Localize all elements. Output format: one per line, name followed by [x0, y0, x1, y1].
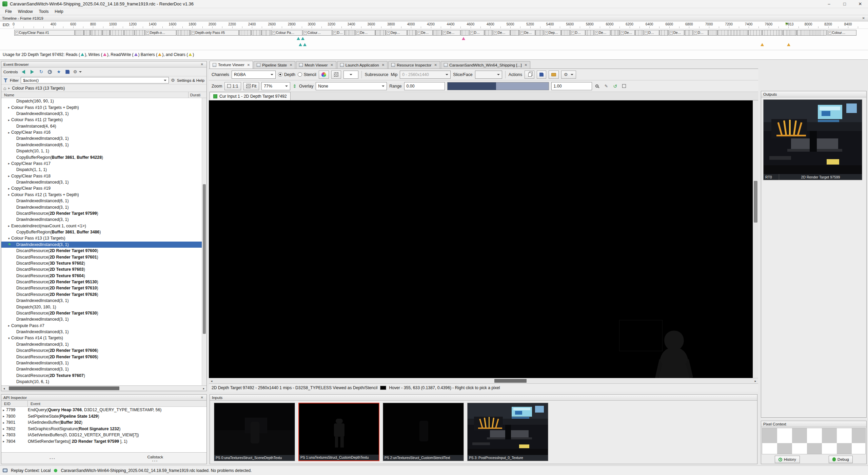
- event-row[interactable]: DrawIndexedInstanced(3, 1): [1, 216, 202, 223]
- timeline-block[interactable]: [485, 30, 493, 36]
- texture-vertical-scrollbar[interactable]: [753, 100, 758, 378]
- texture-display[interactable]: [209, 100, 753, 378]
- background-toggle-button[interactable]: [331, 71, 341, 79]
- depth-radio[interactable]: Depth: [278, 72, 295, 77]
- timeline-block[interactable]: +De…: [620, 30, 635, 36]
- timeline-block[interactable]: +De…: [594, 30, 610, 36]
- timeline-block[interactable]: +D…: [644, 30, 659, 36]
- input-thumbnail-0[interactable]: PS 0:unaTexturesStruct_SceneDepthTextu: [214, 403, 295, 461]
- usage-marker-reads[interactable]: [303, 43, 307, 46]
- timeline-close-icon[interactable]: ✕: [861, 16, 866, 20]
- event-row[interactable]: DrawInstanced(4, 64): [1, 123, 202, 129]
- step-forward-button[interactable]: [29, 69, 36, 75]
- event-row[interactable]: DiscardResource(2D Texture 97604): [1, 273, 202, 279]
- home-icon[interactable]: ⌂: [3, 86, 6, 91]
- event-row[interactable]: DrawIndexedInstanced(3, 1): [1, 298, 202, 304]
- event-row[interactable]: ▸Copy/Clear Pass #18: [1, 173, 202, 179]
- timeline-block[interactable]: [261, 30, 271, 36]
- event-browser-close-icon[interactable]: ✕: [200, 62, 204, 66]
- event-row[interactable]: ▾Colour Pass #14 (1 Targets): [1, 335, 202, 341]
- event-row[interactable]: DiscardResource(2D Render Target 97600): [1, 248, 202, 254]
- gamma-button[interactable]: [319, 71, 329, 79]
- overlay-dropdown[interactable]: None: [316, 82, 387, 90]
- panel-splitter[interactable]: [761, 418, 867, 421]
- name-column-header[interactable]: Name: [1, 93, 14, 97]
- tab-close-icon[interactable]: ✕: [330, 63, 333, 67]
- input-thumbnail-3[interactable]: PS 3: PostProcessInput_0_Texture: [467, 403, 548, 461]
- timeline-block[interactable]: [783, 30, 796, 36]
- event-column-header[interactable]: Event: [28, 402, 40, 406]
- timeline-block[interactable]: [407, 30, 416, 36]
- history-button[interactable]: History: [775, 456, 800, 463]
- save-texture-button[interactable]: [537, 71, 546, 79]
- menu-help[interactable]: Help: [52, 9, 66, 14]
- scrollbar-thumb[interactable]: [494, 379, 527, 383]
- scroll-right-icon[interactable]: ▸: [753, 379, 758, 383]
- range-slider[interactable]: [447, 82, 549, 90]
- timeline-block[interactable]: +De…: [669, 30, 684, 36]
- replay-context-label[interactable]: Replay Context: Local: [11, 468, 51, 473]
- event-row[interactable]: DrawIndexedInstanced(3, 1): [1, 135, 202, 141]
- tab-texture-viewer[interactable]: Texture Viewer✕: [210, 61, 253, 69]
- event-row[interactable]: DrawIndexedInstanced(3, 1): [1, 341, 202, 347]
- event-row[interactable]: DrawIndexedInstanced(3, 1): [1, 329, 202, 335]
- minimize-button[interactable]: –: [821, 0, 837, 8]
- event-row[interactable]: DrawIndexedInstanced(3, 1): [1, 366, 202, 372]
- tab-close-icon[interactable]: ✕: [382, 63, 384, 67]
- event-row[interactable]: ▸Colour Pass #11 (2 Targets): [1, 117, 202, 123]
- event-row[interactable]: DiscardResource(2D Render Target 95130): [1, 279, 202, 285]
- event-row[interactable]: DrawIndexedInstanced(3, 1): [1, 316, 202, 322]
- close-button[interactable]: ✕: [852, 0, 868, 8]
- stencil-radio[interactable]: Stencil: [298, 72, 316, 77]
- event-row[interactable]: ▸Copy/Clear Pass #19: [1, 185, 202, 191]
- channels-dropdown[interactable]: RGBA: [232, 71, 276, 79]
- scrollbar-track[interactable]: [214, 378, 753, 383]
- timeline-block[interactable]: [561, 30, 570, 36]
- timeline-block[interactable]: +D…: [469, 30, 484, 36]
- timeline-block[interactable]: [659, 30, 668, 36]
- scrollbar-track[interactable]: [7, 386, 201, 391]
- open-texture-button[interactable]: [549, 71, 559, 79]
- timeline-block[interactable]: [84, 30, 90, 36]
- timeline-block[interactable]: [177, 30, 190, 36]
- menu-tools[interactable]: Tools: [36, 9, 52, 14]
- event-row[interactable]: DrawIndexedInstanced(3, 1): [1, 111, 202, 117]
- settings-help-link[interactable]: Settings & Help: [177, 78, 204, 83]
- timeline-block[interactable]: +D…: [570, 30, 585, 36]
- timeline-block[interactable]: +Depth-only Pass #5: [191, 30, 239, 36]
- event-row[interactable]: DiscardResource(2D Render Target 97605): [1, 354, 202, 360]
- scroll-left-icon[interactable]: ◂: [209, 379, 214, 383]
- event-row[interactable]: DiscardResource(2D Render Target 97599): [1, 210, 202, 216]
- input-thumbnail-2[interactable]: PS 2:unTexturesStruct_CustomStencilText: [383, 403, 464, 461]
- timeline-block[interactable]: [461, 30, 469, 36]
- timeline-block[interactable]: [510, 30, 519, 36]
- breadcrumb-current-pass[interactable]: Colour Pass #13 (13 Targets): [12, 86, 65, 91]
- event-browser-horizontal-scrollbar[interactable]: ◂ ▸: [1, 385, 206, 391]
- range-autofit-button[interactable]: ✎: [603, 83, 610, 89]
- slice-face-dropdown[interactable]: [475, 71, 502, 79]
- event-row[interactable]: DiscardResource(2D Render Target 97606): [1, 347, 202, 354]
- event-row[interactable]: ▾Colour Pass #13 (13 Targets): [1, 235, 202, 241]
- timeline-block[interactable]: +Colour…: [827, 30, 856, 36]
- maximize-button[interactable]: □: [837, 0, 852, 8]
- options-button[interactable]: ⚙: [73, 69, 82, 75]
- usage-marker-reads[interactable]: [301, 37, 304, 40]
- timeline-block[interactable]: [375, 30, 386, 36]
- timeline-block[interactable]: [433, 30, 442, 36]
- copy-button[interactable]: [525, 71, 534, 79]
- timeline-block[interactable]: [345, 30, 355, 36]
- range-zoom-button[interactable]: [594, 83, 601, 89]
- zoom-1to1-button[interactable]: 1:1: [224, 82, 241, 90]
- scroll-left-icon[interactable]: ◂: [1, 387, 7, 390]
- tab-close-icon[interactable]: ✕: [525, 63, 527, 67]
- menu-window[interactable]: Window: [15, 9, 36, 14]
- panel-splitter[interactable]: [1, 391, 207, 394]
- event-row[interactable]: ▸Compute Pass #7: [1, 323, 202, 329]
- tab-mesh-viewer[interactable]: Mesh Viewer✕: [296, 61, 336, 69]
- timeline-block[interactable]: [535, 30, 544, 36]
- range-min-input[interactable]: 0.00: [404, 82, 445, 90]
- tab-resource-inspector[interactable]: Resource Inspector✕: [388, 61, 440, 69]
- pixel-context-preview[interactable]: [762, 428, 866, 454]
- zoom-dropdown[interactable]: 77%: [261, 82, 290, 90]
- tab-close-icon[interactable]: ✕: [290, 63, 292, 67]
